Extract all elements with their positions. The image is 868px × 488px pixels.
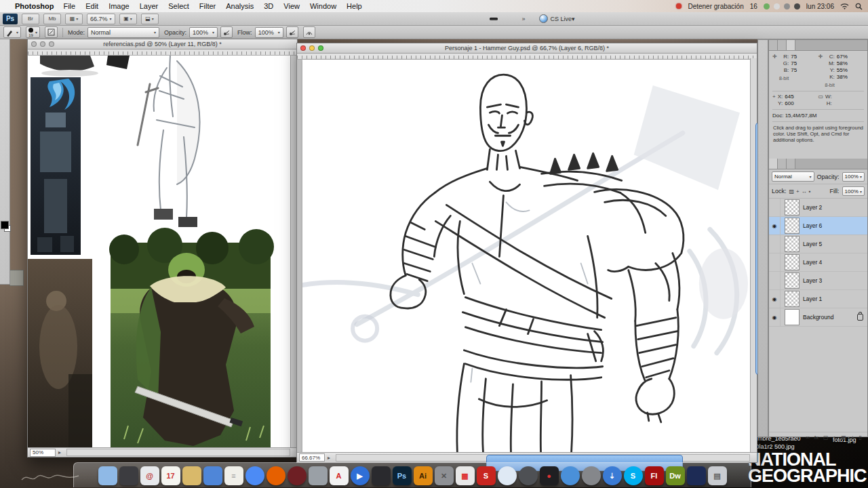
status-icon-status-green[interactable]	[764, 3, 770, 9]
status-icon-status-gray[interactable]	[784, 3, 790, 9]
screen-mode-button[interactable]: ⬓▾	[141, 14, 159, 24]
tool-crop[interactable]	[1, 79, 9, 89]
menu-item[interactable]: 3D	[264, 2, 273, 10]
lock-button[interactable]: +	[796, 188, 800, 195]
menu-item[interactable]: Window	[310, 2, 336, 10]
doc-right-zoom-field[interactable]: 66.67%	[299, 453, 325, 462]
airbrush-flow-button[interactable]	[286, 26, 298, 38]
tool-dodge[interactable]	[1, 165, 9, 174]
tool-eyedropper[interactable]	[1, 89, 9, 98]
menu-item[interactable]: Edit	[85, 2, 98, 10]
canvas[interactable]	[302, 60, 751, 453]
dock-icon-dvd-player[interactable]	[288, 466, 307, 485]
doc-left-horizontal-scrollbar[interactable]	[66, 449, 290, 456]
layers-footer-button[interactable]: ∞	[806, 434, 810, 441]
doc-left-zoom-field[interactable]: 50%	[30, 449, 56, 457]
panel-tab-paths[interactable]	[787, 159, 795, 169]
visibility-toggle[interactable]: ◉	[769, 253, 781, 271]
doc-left-canvas[interactable]	[28, 56, 297, 449]
visibility-toggle[interactable]: ◉	[769, 308, 781, 326]
layer-row-layer-5[interactable]: ◉ Layer 5	[769, 235, 867, 253]
panel-tab-info[interactable]	[787, 40, 795, 50]
dock-icon-finder[interactable]	[98, 466, 117, 485]
workspace-overflow-button[interactable]: »	[522, 16, 526, 22]
dock-icon-stack[interactable]: ▤	[708, 466, 727, 485]
menu-item[interactable]: Filter	[199, 2, 216, 10]
opacity-select[interactable]: 100% ▾	[189, 27, 218, 38]
wifi-icon[interactable]	[840, 3, 849, 9]
doc-left-titlebar[interactable]: referencias.psd @ 50% (Layer 11, RGB/8) …	[28, 39, 297, 49]
dock-icon-blue-ball[interactable]	[561, 466, 580, 485]
layer-row-layer-1[interactable]: ◉ Layer 1	[769, 290, 867, 308]
dock-icon-firefox[interactable]	[267, 466, 285, 485]
dock-icon-photoshop[interactable]: Ps	[393, 466, 412, 485]
tool-magic-wand[interactable]	[1, 70, 9, 79]
tablet-pressure-button[interactable]	[303, 26, 315, 38]
doc-right-horizontal-scrollbar[interactable]	[336, 454, 750, 462]
layer-name[interactable]: Layer 1	[803, 296, 867, 302]
layer-row-layer-4[interactable]: ◉ Layer 4	[769, 253, 867, 272]
workspace-painting[interactable]	[505, 18, 513, 20]
dock-icon-office[interactable]: ▦	[456, 466, 475, 485]
menu-item[interactable]: View	[283, 2, 300, 10]
panel-tab-histogram[interactable]	[778, 40, 787, 50]
layer-row-background[interactable]: ◉ Background	[769, 308, 867, 327]
tool-hand[interactable]	[1, 212, 9, 222]
dock-icon-safari[interactable]	[498, 466, 517, 485]
recording-label[interactable]: Detener grabación	[688, 3, 743, 10]
menu-item[interactable]: Help	[347, 2, 362, 10]
dock-icon-mail[interactable]: @	[140, 466, 159, 485]
doc-right-titlebar[interactable]: Personaje 1 - Hammer Guy.psd @ 66,7% (La…	[297, 43, 757, 54]
layer-name[interactable]: Layer 2	[803, 204, 867, 211]
status-arrow-icon[interactable]: ▸	[328, 455, 330, 461]
layer-name[interactable]: Layer 4	[803, 259, 867, 266]
recording-dot-icon[interactable]	[676, 3, 682, 9]
visibility-toggle[interactable]: ◉	[769, 199, 781, 216]
layer-name[interactable]: Layer 6	[803, 222, 867, 229]
workspace-essentials[interactable]	[475, 18, 483, 20]
layer-row-layer-6[interactable]: ◉ Layer 6	[769, 217, 867, 235]
workspace-design[interactable]	[490, 18, 498, 20]
lock-button[interactable]: ↔	[802, 188, 807, 195]
blend-mode-select[interactable]: Normal ▾	[87, 27, 159, 38]
tool-marquee[interactable]	[1, 51, 9, 60]
menu-item[interactable]: Select	[168, 2, 189, 10]
status-arrow-icon[interactable]: ▸	[58, 449, 61, 455]
dock-icon-quicktime[interactable]: ▶	[351, 466, 370, 485]
dock-icon-flash[interactable]: Fl	[645, 466, 664, 485]
layer-thumbnail[interactable]	[785, 218, 800, 234]
lock-button[interactable]: ▨	[789, 188, 795, 195]
zoom-level-dropdown[interactable]: 66.7%▾	[87, 14, 115, 24]
tool-history-brush[interactable]	[1, 127, 9, 136]
tool-lasso[interactable]	[1, 60, 9, 70]
dock-icon-app-gray[interactable]: ✕	[435, 466, 454, 485]
layer-name[interactable]: Background	[803, 314, 857, 321]
layer-thumbnail[interactable]	[785, 236, 800, 252]
layer-thumbnail[interactable]	[785, 309, 800, 325]
toggle-brush-panel-button[interactable]	[45, 26, 58, 38]
tool-healing-brush[interactable]	[1, 98, 9, 108]
spotlight-icon[interactable]	[855, 3, 863, 10]
dock-icon-app-dark[interactable]	[119, 466, 138, 485]
layers-footer-button[interactable]: +	[851, 434, 854, 441]
layers-footer-button[interactable]: ▢	[823, 434, 829, 441]
dock-icon-folder[interactable]	[182, 466, 201, 485]
brush-preset-picker[interactable]: 19 ▾	[26, 26, 40, 38]
app-menu-title[interactable]: Photoshop	[15, 2, 54, 10]
menu-item[interactable]: Image	[108, 2, 130, 10]
tool-gradient[interactable]	[1, 146, 9, 155]
panel-tab-navigator[interactable]	[769, 40, 778, 50]
layer-thumbnail[interactable]	[785, 199, 800, 216]
tool-brush[interactable]	[1, 108, 9, 117]
status-icon-status-light[interactable]	[774, 3, 780, 9]
doc-right-vertical-scrollbar[interactable]	[750, 58, 757, 453]
dock-icon-app-dark-circle[interactable]	[519, 466, 538, 485]
doc-right-canvas-area[interactable]	[297, 60, 757, 453]
layer-thumbnail[interactable]	[785, 272, 800, 289]
layer-fill-select[interactable]: 100% ▾	[842, 186, 865, 196]
dock-icon-ichat[interactable]	[203, 466, 222, 485]
tool-preset-picker[interactable]: ▾	[3, 26, 21, 38]
dock-icon-utorrent[interactable]: ⇣	[603, 466, 622, 485]
menu-item[interactable]: Layer	[140, 2, 159, 10]
dock-icon-textedit[interactable]: ≡	[224, 466, 243, 485]
